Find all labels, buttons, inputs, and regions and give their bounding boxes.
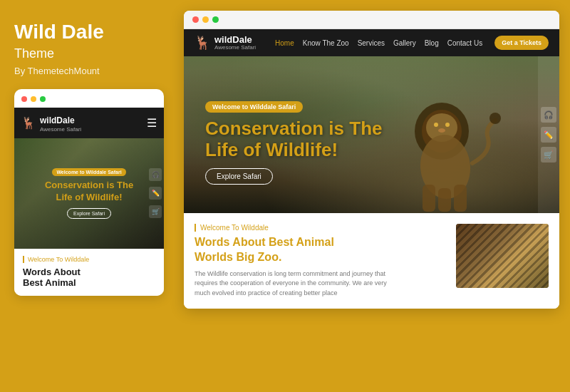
nav-link-services[interactable]: Services (358, 39, 385, 47)
svg-rect-8 (438, 188, 451, 212)
svg-rect-7 (423, 185, 435, 212)
desktop-dot-red (192, 16, 199, 23)
right-panel: 🦌 wildDale Awesome Safari Home Know The … (173, 0, 570, 392)
mobile-cart-icon[interactable]: 🛒 (149, 205, 162, 218)
nav-link-gallery[interactable]: Gallery (393, 39, 416, 47)
app-by: By ThemetechMount (14, 66, 159, 76)
desktop-big-zoo: Big Zoo. (236, 251, 281, 263)
svg-rect-9 (454, 185, 467, 212)
mobile-sidebar-icons: 🎧 ✏️ 🛒 (149, 138, 164, 249)
desktop-bottom-section: Welcome To Wilddale Words About Best Ani… (184, 213, 559, 309)
mobile-logo: 🦌 wildDale Awesome Safari (21, 113, 81, 133)
desktop-window-controls (184, 11, 559, 29)
tiger-pattern (456, 224, 549, 288)
mobile-dot-red (21, 96, 27, 102)
hero-highlight: Wildlife! (266, 139, 338, 160)
mobile-logo-sub: Awesome Safari (40, 126, 81, 133)
app-title: Wild Dale (14, 21, 159, 43)
mobile-welcome-tag: Welcome To Wilddale (23, 256, 155, 263)
mobile-dot-green (40, 96, 46, 102)
mobile-explore-button[interactable]: Explore Safari (67, 208, 111, 219)
desktop-hero: Welcome to Wilddale Safari Conservation … (184, 56, 559, 213)
mobile-dot-yellow (31, 96, 36, 102)
desktop-bottom-text: Welcome To Wilddale Words About Best Ani… (195, 224, 445, 298)
mobile-edit-icon[interactable]: ✏️ (149, 187, 162, 200)
desktop-dot-green (212, 16, 219, 23)
desktop-mockup: 🦌 wildDale Awesome Safari Home Know The … (184, 11, 559, 309)
mobile-hero-badge: Welcome to Wilddale Safari (52, 168, 125, 176)
desktop-logo-icon: 🦌 (195, 35, 210, 51)
desktop-nav: 🦌 wildDale Awesome Safari Home Know The … (184, 29, 559, 56)
nav-link-contact[interactable]: Contact Us (447, 39, 482, 47)
desktop-words-title: Words About Best Animal Worlds Big Zoo. (195, 235, 445, 265)
desktop-hero-content: Welcome to Wilddale Safari Conservation … (205, 99, 383, 185)
mobile-logo-icon: 🦌 (21, 116, 36, 130)
desktop-headphone-icon[interactable]: 🎧 (541, 107, 556, 123)
lion-silhouette (388, 85, 502, 213)
svg-point-4 (445, 123, 450, 127)
svg-point-3 (434, 123, 438, 127)
mobile-logo-text: wildDale (40, 115, 75, 125)
svg-point-5 (438, 128, 445, 133)
desktop-explore-button[interactable]: Explore Safari (205, 168, 273, 185)
desktop-logo-sub: Awesome Safari (214, 44, 256, 51)
mobile-words-text: Words About Best Animal (23, 267, 155, 289)
nav-link-blog[interactable]: Blog (425, 39, 439, 47)
desktop-words-body: The Wildlife conservation is long term c… (195, 269, 394, 299)
ticket-button[interactable]: Get a Tickets (494, 36, 549, 50)
desktop-hero-sidebar: 🎧 ✏️ 🛒 (538, 56, 559, 213)
mobile-window-controls (14, 96, 164, 108)
desktop-cart-icon[interactable]: 🛒 (541, 147, 556, 163)
desktop-logo-text: wildDale (214, 35, 256, 44)
desktop-tiger-image (456, 224, 549, 288)
left-panel: Wild Dale Theme By ThemetechMount 🦌 wild… (0, 0, 173, 392)
desktop-welcome-tag: Welcome To Wilddale (195, 224, 445, 232)
nav-link-zoo[interactable]: Know The Zoo (303, 39, 349, 47)
desktop-nav-links: Home Know The Zoo Services Gallery Blog … (270, 39, 487, 47)
mobile-hero-text: Conservation is The Life of Wildlife! (45, 180, 133, 204)
nav-link-home[interactable]: Home (275, 39, 294, 47)
desktop-logo: 🦌 wildDale Awesome Safari (195, 35, 256, 51)
desktop-hero-headline: Conservation is The Life of Wildlife! (205, 118, 383, 161)
mobile-nav: 🦌 wildDale Awesome Safari ☰ (14, 108, 164, 138)
desktop-hero-badge: Welcome to Wilddale Safari (205, 101, 303, 113)
mobile-bottom-section: Welcome To Wilddale Words About Best Ani… (14, 249, 164, 296)
app-subtitle: Theme (14, 46, 159, 61)
mobile-hamburger-icon[interactable]: ☰ (147, 116, 157, 130)
mobile-headphone-icon[interactable]: 🎧 (149, 168, 162, 181)
mobile-hero: Welcome to Wilddale Safari Conservation … (14, 138, 164, 249)
desktop-edit-icon[interactable]: ✏️ (541, 127, 556, 143)
desktop-dot-yellow (202, 16, 209, 23)
mobile-mockup: 🦌 wildDale Awesome Safari ☰ Welcome to W… (14, 89, 164, 296)
svg-point-10 (489, 113, 501, 124)
